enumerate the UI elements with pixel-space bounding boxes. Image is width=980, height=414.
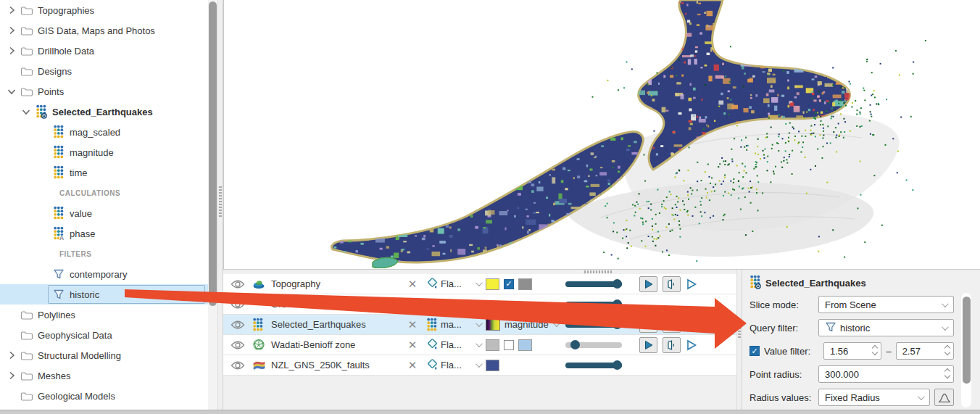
tree-item-label: Polylines xyxy=(35,310,75,320)
tree-item-time[interactable]: time xyxy=(0,162,208,183)
render-movie-button[interactable] xyxy=(639,276,657,292)
tree-item-points[interactable]: Points xyxy=(0,81,208,102)
scene-viewport[interactable] xyxy=(223,0,980,270)
opacity-slider-knob[interactable] xyxy=(612,299,622,309)
scene-action-buttons xyxy=(638,274,736,294)
tree-item-polylines[interactable]: Polylines xyxy=(0,305,208,325)
tree-item-mag-scaled[interactable]: mag_scaled xyxy=(0,122,208,142)
chevron-down-icon[interactable] xyxy=(553,320,560,327)
opacity-slider-knob[interactable] xyxy=(570,340,580,349)
opacity-slider[interactable] xyxy=(565,302,622,307)
colour-gradient-swatch[interactable] xyxy=(486,318,500,331)
tree-item-label: phase xyxy=(67,228,95,239)
edges-checkbox[interactable] xyxy=(504,340,514,350)
remove-from-scene-button[interactable]: ✕ xyxy=(402,335,423,355)
chevron-down-icon[interactable] xyxy=(470,294,486,314)
chevron-down-icon[interactable] xyxy=(470,274,486,294)
opacity-slider[interactable] xyxy=(565,342,622,348)
chevron-right-icon[interactable] xyxy=(4,348,19,363)
remove-from-scene-button[interactable]: ✕ xyxy=(402,294,423,314)
tree-item-drillhole-data[interactable]: Drillhole Data xyxy=(0,41,208,61)
tree-item-gis-data-maps-and-photos[interactable]: GIS Data, Maps and Photos xyxy=(0,20,208,41)
chevron-right-icon[interactable] xyxy=(4,368,19,383)
visibility-eye-icon[interactable] xyxy=(223,274,252,294)
shape-list-row-wadati-benioff-zone[interactable]: Wadati-Benioff zone✕Fla... xyxy=(223,335,736,355)
value-max-spinner[interactable]: 2.57 xyxy=(896,342,954,360)
radius-values-select[interactable]: Fixed Radius xyxy=(818,389,930,406)
point-radius-spinner[interactable]: 300.000 xyxy=(818,365,954,383)
query-filter-select[interactable]: historic xyxy=(818,319,954,336)
distribution-histogram-button[interactable] xyxy=(934,389,954,406)
tree-item-designs[interactable]: Designs xyxy=(0,61,208,81)
tree-item-historic[interactable]: historic xyxy=(0,284,208,305)
tree-item-contemporary[interactable]: contemporary xyxy=(0,264,208,284)
tree-scrollbar-thumb[interactable] xyxy=(209,1,217,306)
shape-list-row-selected-earthquakes[interactable]: Selected_Earthquakes✕ma...magnitude xyxy=(223,315,736,335)
value-filter-checkbox[interactable]: ✓ xyxy=(749,346,760,356)
secondary-colour-swatch[interactable] xyxy=(518,339,532,351)
opacity-slider-knob[interactable] xyxy=(612,279,622,289)
tree-item-phase[interactable]: Aphase xyxy=(0,223,208,244)
tree-item-topographies[interactable]: Topographies xyxy=(0,0,208,20)
tree-item-structural-modelling[interactable]: Structural Modelling xyxy=(0,345,208,365)
flip-normal-button[interactable] xyxy=(663,317,681,333)
range-dash: – xyxy=(881,346,895,357)
shape-list-row-topography[interactable]: Topography✕Fla...✓ xyxy=(223,274,736,294)
colour-swatch[interactable] xyxy=(486,278,499,290)
properties-scrollbar[interactable] xyxy=(961,293,971,407)
opacity-slider-knob[interactable] xyxy=(612,320,622,329)
remove-from-scene-button[interactable]: ✕ xyxy=(402,274,423,294)
remove-from-scene-button[interactable]: ✕ xyxy=(402,315,423,334)
opacity-slider-knob[interactable] xyxy=(612,360,622,370)
render-movie-button[interactable] xyxy=(639,337,657,353)
visibility-eye-icon[interactable] xyxy=(223,294,252,314)
tree-item-selected-earthquakes[interactable]: Selected_Earthquakes xyxy=(0,102,208,122)
visibility-eye-icon[interactable] xyxy=(223,335,252,355)
chevron-down-icon[interactable] xyxy=(4,84,19,99)
colour-swatch[interactable] xyxy=(486,339,499,351)
flip-normal-button[interactable] xyxy=(663,337,681,353)
points-category-icon: A xyxy=(51,226,67,241)
tree-item-geophysical-data[interactable]: Geophysical Data xyxy=(0,325,208,345)
gis-layer-cell: GIS Data:New Zealand 250 xyxy=(271,294,402,314)
opacity-slider[interactable] xyxy=(565,322,622,328)
slider-cell xyxy=(565,315,638,334)
visibility-eye-icon[interactable] xyxy=(223,315,252,334)
render-movie-button[interactable] xyxy=(639,317,657,333)
value-min-spinner[interactable]: 1.56 xyxy=(823,342,881,360)
opacity-slider[interactable] xyxy=(565,363,622,368)
slice-mode-select[interactable]: From Scene xyxy=(818,296,954,313)
play-outline-button[interactable] xyxy=(686,319,697,331)
tree-scene-splitter[interactable] xyxy=(217,0,223,410)
chevron-down-icon[interactable] xyxy=(19,104,33,119)
visibility-eye-icon[interactable] xyxy=(223,355,252,375)
flip-normal-button[interactable] xyxy=(663,276,681,292)
geology-layers-icon xyxy=(252,355,271,375)
tree-item-label: Points xyxy=(35,86,64,97)
properties-scrollbar-thumb[interactable] xyxy=(963,297,971,384)
shapelist-props-splitter[interactable] xyxy=(736,270,742,410)
edges-checkbox[interactable]: ✓ xyxy=(504,279,514,289)
remove-from-scene-button[interactable]: ✕ xyxy=(402,355,423,375)
tree-item-meshes[interactable]: Meshes xyxy=(0,365,208,386)
opacity-slider[interactable] xyxy=(565,281,622,287)
shape-list-row-gis-data-[interactable]: GIS Data:New Zealand 250✕ xyxy=(223,294,736,315)
tree-item-value[interactable]: value xyxy=(0,203,208,223)
chevron-right-icon[interactable] xyxy=(4,3,19,17)
folder-icon xyxy=(19,23,35,38)
chevron-right-icon[interactable] xyxy=(4,23,19,38)
shape-list-row-nzl-gns-250k-faults[interactable]: NZL_GNS_250K_faults✕Fla... xyxy=(223,355,736,376)
shape-list-resize-grip[interactable] xyxy=(584,270,612,273)
tree-scrollbar[interactable] xyxy=(208,0,217,410)
chevron-down-icon[interactable] xyxy=(470,315,486,334)
chevron-down-icon[interactable] xyxy=(470,335,486,355)
chevron-right-icon[interactable] xyxy=(4,44,19,58)
play-outline-button[interactable] xyxy=(686,339,697,351)
tree-item-magnitude[interactable]: magnitude xyxy=(0,142,208,162)
play-outline-button[interactable] xyxy=(686,278,697,290)
chevron-down-icon[interactable] xyxy=(470,355,486,375)
secondary-colour-swatch[interactable] xyxy=(518,278,532,290)
scene-action-buttons xyxy=(638,315,736,334)
colour-swatch[interactable] xyxy=(486,360,499,371)
tree-item-geological-models[interactable]: Geological Models xyxy=(0,386,208,406)
